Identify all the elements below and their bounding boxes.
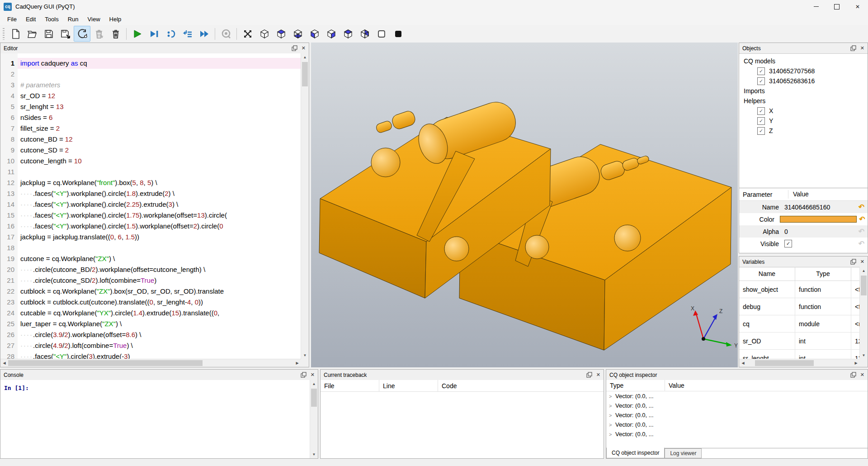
minimize-button[interactable]	[806, 0, 826, 13]
view-left-button[interactable]	[306, 26, 323, 42]
toolbar-drag-handle[interactable]	[3, 28, 5, 40]
menu-file[interactable]: File	[3, 14, 21, 24]
editor-hscrollbar[interactable]: ◀ ▶	[0, 359, 301, 367]
variables-column-header[interactable]: Name	[739, 267, 795, 281]
tree-group-imports[interactable]: Imports	[739, 86, 868, 96]
delete-button[interactable]	[107, 26, 124, 42]
close-button[interactable]: ✕	[847, 0, 868, 13]
tab-cq-object-inspector[interactable]: CQ object inspector	[606, 447, 665, 458]
code-line[interactable]: ····.faces("<Y").workplane().circle(1.5)…	[18, 221, 309, 232]
tree-group-helpers[interactable]: Helpers	[739, 96, 868, 106]
code-line[interactable]: ····.faces("<Y").workplane().circle(2.25…	[18, 199, 309, 210]
expand-chevron-icon[interactable]: >	[609, 413, 615, 418]
close-panel-icon[interactable]: ✕	[860, 372, 864, 377]
variable-row-debug[interactable]: debugfunction<f	[739, 298, 860, 315]
run-button[interactable]	[129, 26, 146, 42]
menu-help[interactable]: Help	[105, 14, 126, 24]
code-line[interactable]: ····.circle(cutcone_SD/2).loft(combine=T…	[18, 275, 309, 286]
scroll-down-icon[interactable]: ▼	[301, 352, 309, 359]
inspector-row[interactable]: >Vector: (0.0, ...	[606, 429, 868, 439]
menu-view[interactable]: View	[83, 14, 105, 24]
close-panel-icon[interactable]: ✕	[311, 372, 315, 377]
scroll-up-icon[interactable]: ▲	[301, 53, 309, 61]
code-line[interactable]: jackplug = jackplug.translate((0, 6, 1.5…	[18, 232, 309, 243]
float-panel-icon[interactable]	[850, 372, 856, 378]
undo-button[interactable]: ↶	[857, 215, 868, 223]
tree-item-x[interactable]: ✓X	[739, 106, 868, 116]
expand-chevron-icon[interactable]: >	[609, 403, 615, 409]
expand-chevron-icon[interactable]: >	[609, 422, 615, 428]
code-line[interactable]: jackplug = cq.Workplane("front").box(5, …	[18, 177, 309, 188]
tree-item-3140652683616[interactable]: ✓3140652683616	[739, 76, 868, 86]
scroll-down-icon[interactable]: ▼	[860, 352, 868, 359]
objects-tree[interactable]: CQ models✓3140652707568✓3140652683616Imp…	[739, 53, 868, 190]
console-vscroll-thumb[interactable]	[311, 389, 317, 407]
view-iso-button[interactable]	[256, 26, 273, 42]
console-vscrollbar[interactable]: ▲ ▼	[310, 380, 318, 458]
menu-tools[interactable]: Tools	[40, 14, 63, 24]
variable-row-show_object[interactable]: show_objectfunction<f	[739, 281, 860, 298]
fit-view-button[interactable]	[239, 26, 256, 42]
new-file-button[interactable]	[7, 26, 24, 42]
inspector-row[interactable]: >Vector: (0.0, ...	[606, 401, 868, 410]
code-line[interactable]: cutcone_SD = 2	[18, 145, 309, 156]
variables-vscroll-thumb[interactable]	[861, 276, 867, 295]
clear-model-button[interactable]	[90, 26, 107, 42]
inspector-row[interactable]: >Vector: (0.0, ...	[606, 391, 868, 401]
close-panel-icon[interactable]: ✕	[302, 46, 306, 51]
variable-row-sr_OD[interactable]: sr_ODint12	[739, 333, 860, 350]
save-as-button[interactable]	[57, 26, 74, 42]
tree-group-cq-models[interactable]: CQ models	[739, 56, 868, 66]
scroll-up-icon[interactable]: ▲	[860, 267, 868, 275]
view-front-button[interactable]	[323, 26, 340, 42]
inspector-row[interactable]: >Vector: (0.0, ...	[606, 420, 868, 429]
variables-hscrollbar[interactable]: ◀ ▶	[739, 359, 860, 367]
color-swatch[interactable]	[780, 216, 857, 223]
expand-chevron-icon[interactable]: >	[609, 432, 615, 437]
code-line[interactable]: import cadquery as cq	[18, 58, 309, 69]
variables-column-header[interactable]: Type	[795, 267, 851, 281]
code-line[interactable]: ····.circle(3.9/2).workplane(offset=8.6)…	[18, 329, 309, 340]
menu-run[interactable]: Run	[63, 14, 83, 24]
continue-button[interactable]	[196, 26, 212, 42]
visible-checkbox[interactable]: ✓	[784, 240, 792, 247]
debug-button[interactable]	[146, 26, 162, 42]
code-editor[interactable]: 1234567891011121314151617181920212223242…	[0, 53, 309, 359]
expand-chevron-icon[interactable]: >	[609, 394, 615, 399]
editor-code[interactable]: import cadquery as cq# parameterssr_OD =…	[18, 53, 309, 359]
shaded-mode-button[interactable]	[390, 26, 406, 42]
inspector-table[interactable]: Type Value >Vector: (0.0, ...>Vector: (0…	[606, 380, 868, 448]
open-file-button[interactable]	[24, 26, 40, 42]
tree-item-z[interactable]: ✓Z	[739, 126, 868, 136]
variables-table[interactable]: NameTypeshow_objectfunction<fdebugfuncti…	[739, 267, 860, 359]
scroll-right-icon[interactable]: ▶	[852, 359, 860, 367]
checkbox[interactable]: ✓	[757, 127, 765, 135]
render-button[interactable]	[162, 26, 179, 42]
float-panel-icon[interactable]	[586, 372, 592, 378]
step-button[interactable]	[179, 26, 196, 42]
code-line[interactable]: sr_lenght = 13	[18, 101, 309, 112]
view-back-button[interactable]	[340, 26, 356, 42]
code-line[interactable]: # parameters	[18, 80, 309, 90]
reload-button[interactable]	[74, 26, 90, 42]
inspector-row[interactable]: >Vector: (0.0, ...	[606, 410, 868, 420]
code-line[interactable]: cutcone_BD = 12	[18, 134, 309, 145]
variables-column-header[interactable]	[851, 267, 860, 281]
undo-button[interactable]: ↶	[855, 203, 868, 211]
code-line[interactable]: cutblock = cq.Workplane("ZX").box(sr_OD,…	[18, 286, 309, 297]
code-line[interactable]: ····.circle(cutcone_BD/2).workplane(offs…	[18, 264, 309, 275]
tree-item-3140652707568[interactable]: ✓3140652707568	[739, 66, 868, 76]
scroll-left-icon[interactable]: ◀	[0, 359, 8, 367]
variable-row-sr_lenght[interactable]: sr_lenghtint13	[739, 350, 860, 359]
editor-hscroll-thumb[interactable]	[8, 360, 203, 366]
code-line[interactable]: fillet_size = 2	[18, 123, 309, 134]
float-panel-icon[interactable]	[850, 45, 856, 51]
scroll-right-icon[interactable]: ▶	[293, 359, 301, 367]
console-button[interactable]	[217, 26, 234, 42]
checkbox[interactable]: ✓	[757, 67, 765, 75]
code-line[interactable]: cutcone = cq.Workplane("ZX") \	[18, 253, 309, 264]
wireframe-mode-button[interactable]	[373, 26, 390, 42]
save-button[interactable]	[40, 26, 57, 42]
variables-hscroll-thumb[interactable]	[755, 360, 814, 366]
variable-row-cq[interactable]: cqmodule<m	[739, 315, 860, 333]
